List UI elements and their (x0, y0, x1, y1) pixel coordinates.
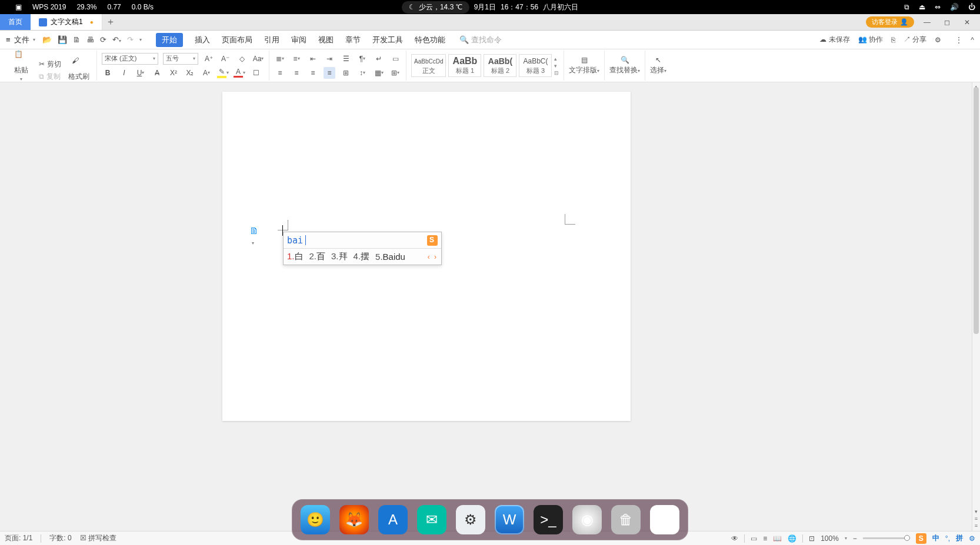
input-source-icon[interactable]: ⧉ (904, 3, 909, 11)
ribbon-tab-features[interactable]: 特色功能 (415, 35, 445, 45)
save-icon[interactable]: 💾 (58, 35, 67, 44)
justify-icon[interactable]: ≡ (324, 67, 335, 79)
open-icon[interactable]: 📂 (42, 35, 52, 44)
distribute-icon[interactable]: ⊞ (340, 67, 352, 79)
ribbon-tab-sections[interactable]: 章节 (345, 35, 361, 45)
ribbon-tab-review[interactable]: 审阅 (291, 35, 306, 45)
ime-mode-indicator[interactable]: 拼 (956, 533, 963, 543)
dock-finder[interactable]: 🙂 (301, 505, 330, 534)
volume-icon[interactable]: 🔊 (950, 3, 959, 11)
ime-candidate-2[interactable]: 2.百 (309, 251, 326, 262)
fit-width-icon[interactable]: ⊡ (809, 534, 815, 543)
minimize-button[interactable]: — (920, 18, 934, 26)
ime-lang-indicator[interactable]: 中 (932, 533, 939, 543)
change-case-icon[interactable]: Aa▾ (252, 53, 264, 65)
next-page-icon[interactable]: ≡ (972, 523, 980, 529)
increase-indent-icon[interactable]: ⇥ (324, 53, 335, 65)
ime-candidate-5[interactable]: 5.Baidu (375, 252, 405, 262)
dock-mail[interactable]: ✉ (417, 505, 446, 534)
align-right-icon[interactable]: ≡ (307, 67, 319, 79)
italic-icon[interactable]: I (118, 67, 130, 79)
find-replace-button[interactable]: 🔍 查找替换▾ (605, 51, 645, 81)
strikethrough-icon[interactable]: A̶ (151, 67, 163, 79)
underline-icon[interactable]: U▾ (135, 67, 146, 79)
view-outline-icon[interactable]: ≡ (763, 534, 767, 543)
styles-down-icon[interactable]: ▾ (554, 63, 559, 69)
sync-icon[interactable]: ⇔ (935, 3, 941, 11)
refresh-icon[interactable]: ⟳ (100, 35, 106, 44)
sogou-logo-icon[interactable] (427, 235, 438, 246)
text-layout-button[interactable]: ▤ 文字排版▾ (564, 51, 605, 81)
character-border-icon[interactable]: ☐ (250, 67, 262, 79)
format-painter-button[interactable]: 🖌 格式刷 (66, 56, 92, 82)
zoom-value[interactable]: 100% (821, 534, 839, 543)
maximize-button[interactable]: ◻ (940, 18, 954, 26)
share-button[interactable]: ↗ 分享 (904, 35, 926, 45)
close-button[interactable]: ✕ (960, 18, 974, 26)
borders-icon[interactable]: ⊞▾ (389, 67, 401, 79)
dock-trash[interactable]: 🗑 (611, 505, 641, 534)
dock-settings[interactable]: ⚙ (456, 505, 485, 534)
align-center-icon[interactable]: ≡ (291, 67, 302, 79)
bold-icon[interactable]: B (102, 67, 114, 79)
ime-candidate-3[interactable]: 3.拜 (331, 251, 348, 262)
view-web-icon[interactable]: 🌐 (788, 534, 796, 543)
paste-button[interactable]: 📋 粘贴▾ (8, 50, 34, 82)
line-spacing-icon[interactable]: ↕▾ (356, 67, 368, 79)
text-effects-icon[interactable]: A▾ (201, 67, 212, 79)
dock-launchpad[interactable]: ▦ (650, 505, 679, 534)
word-count[interactable]: 字数: 0 (49, 533, 71, 543)
scroll-down-icon[interactable]: ▾ (972, 509, 980, 514)
subscript-icon[interactable]: X₂ (184, 67, 196, 79)
command-search[interactable]: 🔍 查找命令 (459, 35, 502, 45)
menubar-time[interactable]: 16：47：56 (501, 2, 538, 12)
prev-page-icon[interactable]: ≡ (972, 516, 980, 521)
style-heading3[interactable]: AaBbC(标题 3 (519, 54, 552, 77)
numbering-icon[interactable]: ≡▾ (291, 53, 302, 65)
decrease-font-icon[interactable]: A⁻ (219, 53, 231, 65)
ime-candidate-4[interactable]: 4.摆 (354, 251, 370, 262)
clear-format-icon[interactable]: ◇ (236, 53, 248, 65)
dock-firefox[interactable]: 🦊 (339, 505, 369, 534)
more-icon[interactable]: ⋮ (955, 36, 962, 44)
menubar-date[interactable]: 9月1日 (474, 2, 496, 12)
increase-font-icon[interactable]: A⁺ (203, 53, 215, 65)
file-menu[interactable]: ≡ 文件▾ (6, 35, 35, 45)
ribbon-tab-view[interactable]: 视图 (318, 35, 334, 45)
document-area[interactable]: 🗎 bai 1.白 2.百 3.拜 4.摆 5.Baidu ‹ › ▴ ▾ ≡ … (0, 82, 980, 531)
vertical-scrollbar[interactable]: ▴ ▾ ≡ ≡ (972, 82, 980, 531)
qat-more-icon[interactable]: ▾ (139, 37, 142, 42)
ribbon-tab-references[interactable]: 引用 (264, 35, 279, 45)
view-page-icon[interactable]: ▭ (751, 534, 757, 543)
dock-disc[interactable]: ◉ (572, 505, 602, 534)
zoom-slider[interactable] (863, 537, 910, 539)
line-border-icon[interactable]: ▭ (389, 53, 401, 65)
shading-icon[interactable]: ▦▾ (373, 67, 385, 79)
font-name-select[interactable]: 宋体 (正文)▾ (102, 53, 158, 65)
eye-icon[interactable]: 👁 (731, 534, 738, 543)
dock-terminal[interactable]: >_ (534, 505, 563, 534)
highlight-icon[interactable]: ✎▾ (217, 67, 229, 79)
ime-settings-icon[interactable]: ⚙ (969, 534, 975, 543)
print-preview-icon[interactable]: 🗎 (73, 35, 81, 44)
ribbon-tab-pagelayout[interactable]: 页面布局 (222, 35, 252, 45)
redo-icon[interactable]: ↷ (127, 35, 134, 44)
view-read-icon[interactable]: 📖 (773, 534, 782, 543)
collab-button[interactable]: 👥 协作 (858, 35, 883, 45)
cut-button[interactable]: ✂剪切 (39, 59, 61, 69)
unsaved-indicator[interactable]: ☁ 未保存 (819, 35, 849, 45)
login-button[interactable]: 访客登录👤 (866, 16, 914, 28)
ime-candidate-1[interactable]: 1.白 (287, 251, 304, 262)
eject-icon[interactable]: ⏏ (919, 3, 925, 11)
ribbon-tab-insert[interactable]: 插入 (195, 35, 210, 45)
ribbon-tab-start[interactable]: 开始 (156, 33, 183, 47)
ime-punct-icon[interactable]: °, (945, 534, 950, 543)
settings-gear-icon[interactable]: ⚙ (935, 36, 941, 44)
new-tab-button[interactable]: ＋ (102, 14, 119, 30)
style-heading1[interactable]: AaBb标题 1 (448, 54, 481, 77)
styles-expand-icon[interactable]: ⊟ (554, 70, 559, 76)
styles-up-icon[interactable]: ▴ (554, 56, 559, 62)
font-color-icon[interactable]: A▾ (234, 67, 245, 79)
tab-document[interactable]: 文字文稿1 ● (31, 14, 102, 30)
zoom-out-button[interactable]: − (853, 534, 857, 543)
